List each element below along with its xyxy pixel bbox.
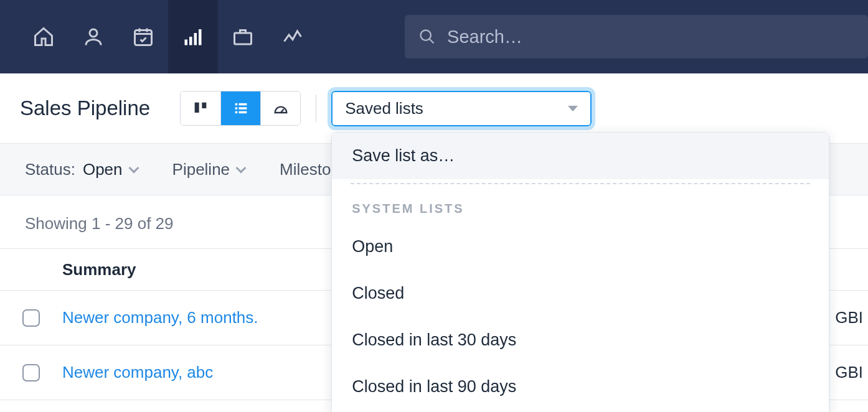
page-title: Sales Pipeline [20,96,150,120]
subheader: Sales Pipeline Saved lists Save list as…… [0,73,868,143]
svg-rect-10 [235,103,237,106]
svg-rect-14 [235,111,237,114]
row-summary-link[interactable]: Newer company, 6 months. [62,308,258,327]
saved-lists-dropdown: Save list as… SYSTEM LISTS Open Closed C… [331,132,829,413]
svg-rect-6 [235,33,252,44]
column-header-summary[interactable]: Summary [62,260,136,279]
trend-icon [281,26,304,48]
view-dashboard-button[interactable] [260,91,300,125]
calendar-check-icon [132,26,154,48]
nav-person[interactable] [68,0,118,73]
row-checkbox[interactable] [22,309,40,327]
svg-rect-5 [199,29,202,45]
chevron-down-icon [236,163,247,174]
filter-pipeline[interactable]: Pipeline [172,160,245,179]
system-list-item[interactable]: Closed in last 90 days [332,363,829,410]
saved-lists-button[interactable]: Saved lists [331,91,592,126]
divider [316,95,316,122]
row-checkbox-cell [0,309,62,327]
svg-point-7 [421,30,431,40]
svg-rect-1 [135,30,152,45]
save-list-as-item[interactable]: Save list as… [332,133,829,179]
svg-rect-9 [202,103,206,108]
nav-briefcase[interactable] [218,0,268,73]
view-toggle [180,91,301,126]
filter-status-value: Open [83,160,123,179]
svg-rect-3 [189,37,192,45]
svg-rect-4 [194,33,197,45]
view-board-button[interactable] [181,91,220,125]
filter-milestone-label: Milesto [280,160,331,179]
search-field[interactable] [405,15,868,59]
system-list-item[interactable]: Closed in last 30 days [332,317,829,363]
svg-rect-2 [185,40,188,45]
nav-home[interactable] [19,0,68,73]
row-checkbox-cell [0,364,62,382]
saved-lists-label: Saved lists [345,99,423,118]
dropdown-heading: SYSTEM LISTS [332,184,829,223]
svg-rect-15 [238,111,247,114]
search-input[interactable] [447,27,868,47]
view-list-button[interactable] [220,91,260,125]
filter-pipeline-label: Pipeline [172,160,230,179]
chevron-down-icon [568,106,578,111]
briefcase-icon [232,26,254,48]
svg-rect-8 [195,103,199,113]
home-icon [32,26,55,48]
nav-trend[interactable] [268,0,318,73]
row-summary-link[interactable]: Newer company, abc [62,363,213,382]
system-list-item[interactable]: Closed [332,270,829,317]
svg-rect-12 [235,107,237,110]
bars-signal-icon [182,26,204,48]
filter-status-label: Status: [25,160,75,179]
saved-lists: Saved lists Save list as… SYSTEM LISTS O… [331,91,592,126]
row-checkbox[interactable] [22,364,40,382]
svg-rect-11 [238,103,247,106]
row-right-value: GBI [835,308,868,327]
board-icon [192,100,209,117]
filter-status[interactable]: Status: Open [25,160,138,179]
nav-pipeline[interactable] [168,0,218,73]
chevron-down-icon [128,163,139,174]
filter-milestone[interactable]: Milesto [280,160,331,179]
gauge-icon [272,100,290,117]
person-icon [82,26,105,48]
nav-calendar[interactable] [118,0,168,73]
svg-rect-13 [238,107,247,110]
row-right-value: GBI [835,363,868,382]
search-icon [418,27,436,46]
svg-point-0 [90,29,97,37]
top-nav [0,0,868,73]
system-list-item[interactable]: Open [332,223,829,270]
list-icon [232,100,250,117]
